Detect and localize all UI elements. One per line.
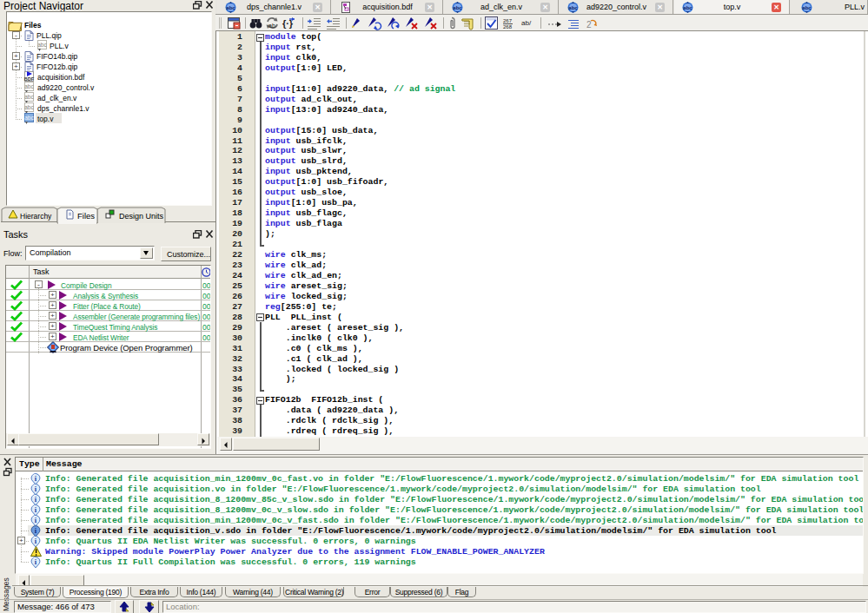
svg-text:ab/: ab/ [521, 19, 532, 27]
svg-text:abc: abc [683, 5, 692, 10]
svg-text:abc: abc [24, 115, 34, 121]
svg-text:abc: abc [226, 5, 235, 10]
svg-text:{·}: {·} [282, 18, 294, 29]
svg-text:abc: abc [802, 5, 812, 10]
svg-text:abc: abc [453, 5, 462, 10]
svg-text:abc: abc [568, 5, 578, 10]
svg-text:abc: abc [24, 104, 34, 110]
svg-text:ab: ab [268, 23, 275, 29]
svg-text:268: 268 [503, 24, 513, 30]
svg-text:abc: abc [24, 83, 34, 89]
svg-text:abc: abc [24, 94, 34, 100]
svg-text:267: 267 [503, 18, 513, 23]
svg-text:abc: abc [37, 42, 47, 48]
svg-text:2: 2 [586, 20, 592, 30]
